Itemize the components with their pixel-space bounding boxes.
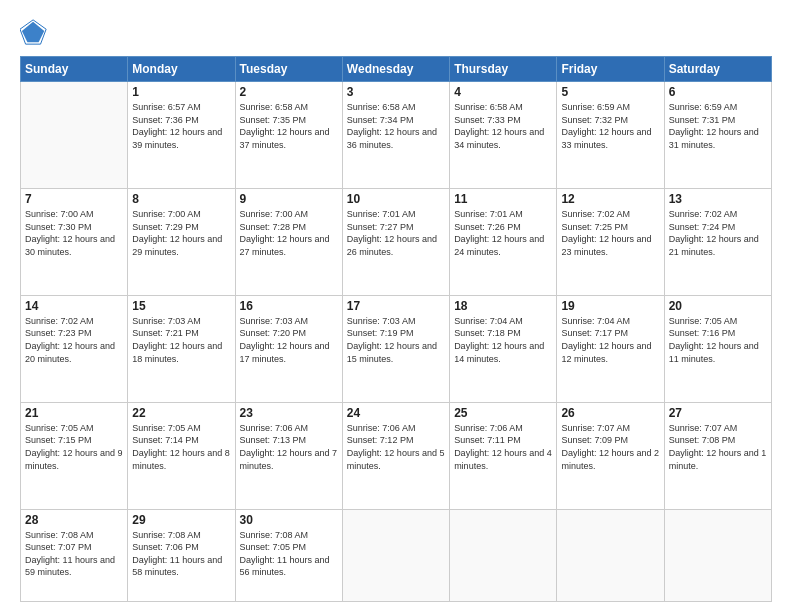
logo-icon: [20, 18, 48, 46]
day-number: 29: [132, 513, 230, 527]
day-number: 27: [669, 406, 767, 420]
day-number: 9: [240, 192, 338, 206]
calendar-cell: 12Sunrise: 7:02 AMSunset: 7:25 PMDayligh…: [557, 188, 664, 295]
day-info: Sunrise: 7:06 AMSunset: 7:13 PMDaylight:…: [240, 422, 338, 472]
day-number: 12: [561, 192, 659, 206]
calendar-cell: 10Sunrise: 7:01 AMSunset: 7:27 PMDayligh…: [342, 188, 449, 295]
calendar-cell: [664, 509, 771, 601]
week-row-1: 7Sunrise: 7:00 AMSunset: 7:30 PMDaylight…: [21, 188, 772, 295]
day-info: Sunrise: 7:00 AMSunset: 7:28 PMDaylight:…: [240, 208, 338, 258]
day-info: Sunrise: 7:02 AMSunset: 7:24 PMDaylight:…: [669, 208, 767, 258]
calendar-cell: 14Sunrise: 7:02 AMSunset: 7:23 PMDayligh…: [21, 295, 128, 402]
day-info: Sunrise: 7:04 AMSunset: 7:18 PMDaylight:…: [454, 315, 552, 365]
day-info: Sunrise: 6:57 AMSunset: 7:36 PMDaylight:…: [132, 101, 230, 151]
weekday-header-friday: Friday: [557, 57, 664, 82]
day-info: Sunrise: 7:06 AMSunset: 7:11 PMDaylight:…: [454, 422, 552, 472]
calendar-cell: 28Sunrise: 7:08 AMSunset: 7:07 PMDayligh…: [21, 509, 128, 601]
day-number: 30: [240, 513, 338, 527]
calendar-cell: [342, 509, 449, 601]
day-number: 6: [669, 85, 767, 99]
week-row-2: 14Sunrise: 7:02 AMSunset: 7:23 PMDayligh…: [21, 295, 772, 402]
day-number: 7: [25, 192, 123, 206]
calendar-cell: 6Sunrise: 6:59 AMSunset: 7:31 PMDaylight…: [664, 82, 771, 189]
calendar-cell: 7Sunrise: 7:00 AMSunset: 7:30 PMDaylight…: [21, 188, 128, 295]
day-number: 5: [561, 85, 659, 99]
calendar-cell: 20Sunrise: 7:05 AMSunset: 7:16 PMDayligh…: [664, 295, 771, 402]
day-number: 16: [240, 299, 338, 313]
calendar-cell: 15Sunrise: 7:03 AMSunset: 7:21 PMDayligh…: [128, 295, 235, 402]
calendar-table: SundayMondayTuesdayWednesdayThursdayFrid…: [20, 56, 772, 602]
day-info: Sunrise: 6:58 AMSunset: 7:35 PMDaylight:…: [240, 101, 338, 151]
day-number: 21: [25, 406, 123, 420]
day-number: 1: [132, 85, 230, 99]
day-number: 23: [240, 406, 338, 420]
weekday-header-sunday: Sunday: [21, 57, 128, 82]
calendar-cell: 23Sunrise: 7:06 AMSunset: 7:13 PMDayligh…: [235, 402, 342, 509]
calendar-cell: 17Sunrise: 7:03 AMSunset: 7:19 PMDayligh…: [342, 295, 449, 402]
calendar-cell: 27Sunrise: 7:07 AMSunset: 7:08 PMDayligh…: [664, 402, 771, 509]
day-info: Sunrise: 7:00 AMSunset: 7:30 PMDaylight:…: [25, 208, 123, 258]
day-info: Sunrise: 6:58 AMSunset: 7:34 PMDaylight:…: [347, 101, 445, 151]
day-info: Sunrise: 7:00 AMSunset: 7:29 PMDaylight:…: [132, 208, 230, 258]
day-info: Sunrise: 6:59 AMSunset: 7:31 PMDaylight:…: [669, 101, 767, 151]
day-number: 28: [25, 513, 123, 527]
logo: [20, 18, 52, 46]
day-info: Sunrise: 7:05 AMSunset: 7:15 PMDaylight:…: [25, 422, 123, 472]
day-info: Sunrise: 7:01 AMSunset: 7:27 PMDaylight:…: [347, 208, 445, 258]
day-info: Sunrise: 7:03 AMSunset: 7:20 PMDaylight:…: [240, 315, 338, 365]
calendar-cell: 22Sunrise: 7:05 AMSunset: 7:14 PMDayligh…: [128, 402, 235, 509]
day-info: Sunrise: 7:02 AMSunset: 7:25 PMDaylight:…: [561, 208, 659, 258]
day-info: Sunrise: 7:07 AMSunset: 7:09 PMDaylight:…: [561, 422, 659, 472]
day-info: Sunrise: 7:03 AMSunset: 7:21 PMDaylight:…: [132, 315, 230, 365]
calendar-cell: [21, 82, 128, 189]
calendar-cell: 4Sunrise: 6:58 AMSunset: 7:33 PMDaylight…: [450, 82, 557, 189]
day-info: Sunrise: 6:58 AMSunset: 7:33 PMDaylight:…: [454, 101, 552, 151]
calendar-cell: 11Sunrise: 7:01 AMSunset: 7:26 PMDayligh…: [450, 188, 557, 295]
calendar-cell: 8Sunrise: 7:00 AMSunset: 7:29 PMDaylight…: [128, 188, 235, 295]
calendar-cell: 16Sunrise: 7:03 AMSunset: 7:20 PMDayligh…: [235, 295, 342, 402]
day-number: 8: [132, 192, 230, 206]
day-number: 3: [347, 85, 445, 99]
week-row-3: 21Sunrise: 7:05 AMSunset: 7:15 PMDayligh…: [21, 402, 772, 509]
day-info: Sunrise: 7:05 AMSunset: 7:14 PMDaylight:…: [132, 422, 230, 472]
week-row-4: 28Sunrise: 7:08 AMSunset: 7:07 PMDayligh…: [21, 509, 772, 601]
day-info: Sunrise: 7:03 AMSunset: 7:19 PMDaylight:…: [347, 315, 445, 365]
day-info: Sunrise: 6:59 AMSunset: 7:32 PMDaylight:…: [561, 101, 659, 151]
day-number: 19: [561, 299, 659, 313]
svg-marker-0: [22, 22, 44, 43]
day-number: 22: [132, 406, 230, 420]
calendar-cell: [450, 509, 557, 601]
day-info: Sunrise: 7:01 AMSunset: 7:26 PMDaylight:…: [454, 208, 552, 258]
calendar-cell: 30Sunrise: 7:08 AMSunset: 7:05 PMDayligh…: [235, 509, 342, 601]
calendar-cell: 21Sunrise: 7:05 AMSunset: 7:15 PMDayligh…: [21, 402, 128, 509]
day-info: Sunrise: 7:04 AMSunset: 7:17 PMDaylight:…: [561, 315, 659, 365]
day-info: Sunrise: 7:05 AMSunset: 7:16 PMDaylight:…: [669, 315, 767, 365]
day-number: 25: [454, 406, 552, 420]
day-number: 13: [669, 192, 767, 206]
calendar-cell: 19Sunrise: 7:04 AMSunset: 7:17 PMDayligh…: [557, 295, 664, 402]
day-info: Sunrise: 7:07 AMSunset: 7:08 PMDaylight:…: [669, 422, 767, 472]
calendar-cell: 3Sunrise: 6:58 AMSunset: 7:34 PMDaylight…: [342, 82, 449, 189]
calendar-cell: 29Sunrise: 7:08 AMSunset: 7:06 PMDayligh…: [128, 509, 235, 601]
weekday-header-thursday: Thursday: [450, 57, 557, 82]
calendar-cell: 18Sunrise: 7:04 AMSunset: 7:18 PMDayligh…: [450, 295, 557, 402]
calendar-cell: 25Sunrise: 7:06 AMSunset: 7:11 PMDayligh…: [450, 402, 557, 509]
calendar-cell: 1Sunrise: 6:57 AMSunset: 7:36 PMDaylight…: [128, 82, 235, 189]
calendar-cell: 2Sunrise: 6:58 AMSunset: 7:35 PMDaylight…: [235, 82, 342, 189]
header: [20, 18, 772, 46]
day-number: 14: [25, 299, 123, 313]
day-number: 24: [347, 406, 445, 420]
page: SundayMondayTuesdayWednesdayThursdayFrid…: [0, 0, 792, 612]
weekday-header-monday: Monday: [128, 57, 235, 82]
calendar-cell: 13Sunrise: 7:02 AMSunset: 7:24 PMDayligh…: [664, 188, 771, 295]
day-number: 10: [347, 192, 445, 206]
weekday-header-wednesday: Wednesday: [342, 57, 449, 82]
calendar-cell: 9Sunrise: 7:00 AMSunset: 7:28 PMDaylight…: [235, 188, 342, 295]
day-number: 15: [132, 299, 230, 313]
weekday-header-row: SundayMondayTuesdayWednesdayThursdayFrid…: [21, 57, 772, 82]
day-number: 26: [561, 406, 659, 420]
week-row-0: 1Sunrise: 6:57 AMSunset: 7:36 PMDaylight…: [21, 82, 772, 189]
calendar-cell: 26Sunrise: 7:07 AMSunset: 7:09 PMDayligh…: [557, 402, 664, 509]
day-number: 17: [347, 299, 445, 313]
day-info: Sunrise: 7:08 AMSunset: 7:07 PMDaylight:…: [25, 529, 123, 579]
